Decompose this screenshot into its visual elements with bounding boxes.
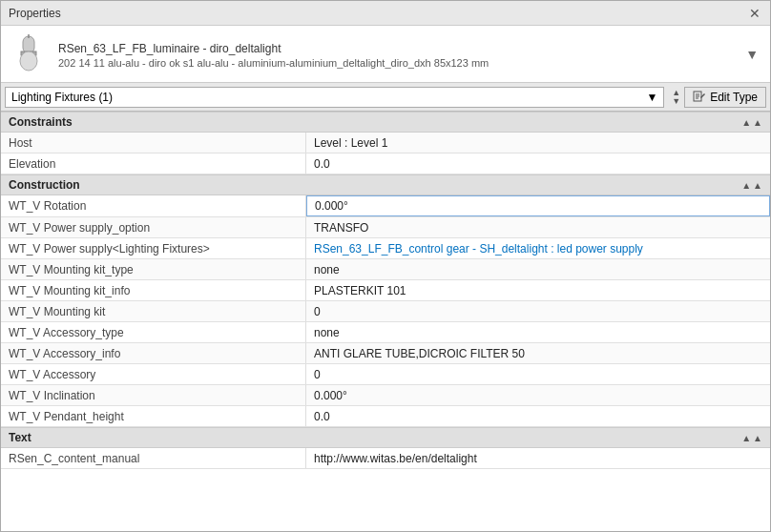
table-row: HostLevel : Level 1 [1, 133, 770, 153]
table-row: WT_V Rotation0.000° [1, 195, 770, 217]
object-header: RSen_63_LF_FB_luminaire - diro_deltaligh… [1, 26, 770, 83]
section-collapse-construction[interactable]: ▲ ▲ [741, 180, 762, 191]
filter-label: Lighting Fixtures (1) [11, 91, 113, 104]
section-label-construction: Construction [9, 178, 80, 192]
section-label-constraints: Constraints [9, 115, 73, 129]
window-title: Properties [9, 7, 61, 20]
prop-name-cell: WT_V Pendant_height [1, 406, 306, 426]
prop-value-cell: PLASTERKIT 101 [306, 280, 770, 300]
prop-name-cell: WT_V Accessory_info [1, 343, 306, 363]
table-row: WT_V Mounting kit_infoPLASTERKIT 101 [1, 280, 770, 301]
section-header-text: Text ▲ ▲ [1, 427, 770, 448]
close-button[interactable]: ✕ [747, 6, 762, 21]
table-row: WT_V Power supply_optionTRANSFO [1, 217, 770, 238]
object-info: RSen_63_LF_FB_luminaire - diro_deltaligh… [58, 40, 732, 69]
prop-name-cell: WT_V Inclination [1, 385, 306, 405]
prop-name-cell: WT_V Accessory [1, 364, 306, 384]
prop-value-cell: none [306, 259, 770, 279]
header-dropdown-arrow[interactable]: ▼ [741, 47, 762, 62]
object-description: 202 14 11 alu-alu - diro ok s1 alu-alu -… [58, 57, 732, 69]
edit-type-button[interactable]: Edit Type [684, 87, 766, 108]
collapse-down-icon[interactable]: ▲ [753, 117, 762, 128]
section-collapse-constraints[interactable]: ▲ ▲ [741, 117, 762, 128]
prop-name-cell: WT_V Mounting kit_type [1, 259, 306, 279]
properties-table: Constraints ▲ ▲ HostLevel : Level 1Eleva… [1, 112, 770, 531]
fixture-icon-svg [11, 34, 46, 74]
table-row: WT_V Inclination0.000° [1, 385, 770, 406]
prop-name-cell: WT_V Accessory_type [1, 322, 306, 342]
edit-type-label: Edit Type [710, 91, 758, 104]
prop-value-cell: http://www.witas.be/en/deltalight [306, 448, 770, 468]
properties-window: Properties ✕ RSen_63_LF_FB_luminaire - d… [0, 0, 771, 532]
prop-value-cell[interactable]: 0.000° [306, 195, 770, 216]
prop-name-cell: WT_V Power supply_option [1, 217, 306, 237]
prop-value-cell: Level : Level 1 [306, 133, 770, 153]
prop-name-cell: WT_V Mounting kit_info [1, 280, 306, 300]
table-row: WT_V Accessory_typenone [1, 322, 770, 343]
prop-value-cell: TRANSFO [306, 217, 770, 237]
table-row: WT_V Mounting kit_typenone [1, 259, 770, 280]
table-row: RSen_C_content_manualhttp://www.witas.be… [1, 448, 770, 469]
prop-value-cell: 0.000° [306, 385, 770, 405]
edit-type-icon [693, 91, 706, 104]
prop-value-cell: 0.0 [306, 406, 770, 426]
prop-value-cell: none [306, 322, 770, 342]
prop-name-cell: WT_V Power supply<Lighting Fixtures> [1, 238, 306, 258]
table-row: WT_V Power supply<Lighting Fixtures>RSen… [1, 238, 770, 259]
table-row: WT_V Accessory_infoANTI GLARE TUBE,DICRO… [1, 343, 770, 364]
table-row: WT_V Pendant_height0.0 [1, 406, 770, 427]
table-row: Elevation0.0 [1, 153, 770, 174]
svg-point-2 [20, 51, 37, 71]
collapse-up-icon[interactable]: ▲ [741, 180, 751, 191]
prop-name-cell: WT_V Rotation [1, 195, 306, 216]
prop-value-cell: ANTI GLARE TUBE,DICROIC FILTER 50 [306, 343, 770, 363]
prop-value-cell: 0.0 [306, 153, 770, 174]
section-collapse-text[interactable]: ▲ ▲ [741, 433, 762, 443]
collapse-up-icon[interactable]: ▲ [741, 117, 751, 128]
sort-down-icon[interactable]: ▼ [672, 97, 680, 106]
collapse-down-icon[interactable]: ▲ [753, 433, 762, 443]
section-header-constraints: Constraints ▲ ▲ [1, 112, 770, 133]
collapse-down-icon[interactable]: ▲ [753, 180, 762, 191]
collapse-up-icon[interactable]: ▲ [741, 433, 751, 443]
prop-name-cell: RSen_C_content_manual [1, 448, 306, 468]
toolbar-row: Lighting Fixtures (1) ▼ ▲ ▼ Edit Type [1, 83, 770, 112]
title-bar: Properties ✕ [1, 1, 770, 26]
prop-name-cell: Host [1, 133, 306, 153]
prop-value-cell: 0 [306, 301, 770, 321]
object-name: RSen_63_LF_FB_luminaire - diro_deltaligh… [58, 40, 732, 57]
table-row: WT_V Mounting kit0 [1, 301, 770, 322]
sort-icons: ▲ ▼ [672, 89, 680, 106]
object-icon [9, 34, 49, 74]
prop-value-cell: 0 [306, 364, 770, 384]
section-header-construction: Construction ▲ ▲ [1, 174, 770, 195]
table-row: WT_V Accessory0 [1, 364, 770, 385]
section-label-text: Text [9, 431, 31, 444]
prop-value-cell: RSen_63_LF_FB_control gear - SH_deltalig… [306, 238, 770, 258]
prop-name-cell: WT_V Mounting kit [1, 301, 306, 321]
filter-dropdown[interactable]: Lighting Fixtures (1) ▼ [5, 87, 664, 108]
svg-rect-0 [23, 36, 34, 53]
filter-dropdown-arrow: ▼ [646, 91, 657, 104]
prop-name-cell: Elevation [1, 153, 306, 174]
